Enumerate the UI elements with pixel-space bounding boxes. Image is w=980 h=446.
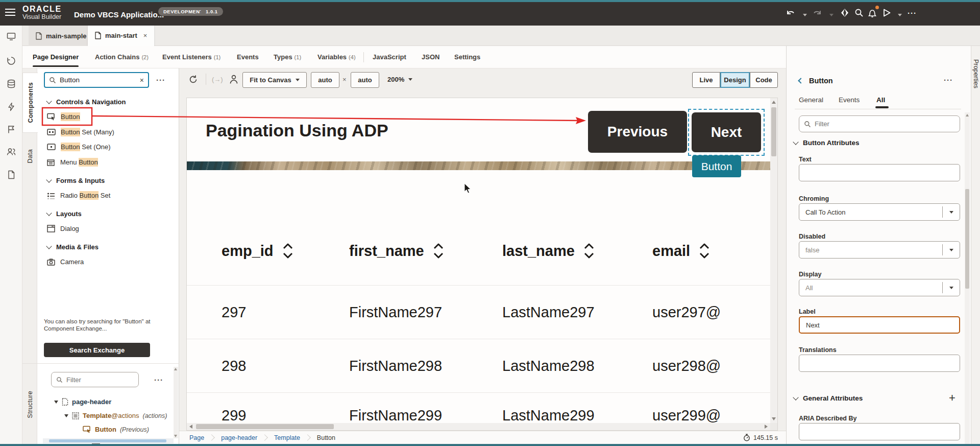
redo-icon[interactable]: [812, 7, 823, 18]
tree-expand-caret[interactable]: [64, 414, 68, 417]
aria-described-by-input[interactable]: [799, 423, 960, 440]
design-canvas[interactable]: Pagination Using ADP Previous Next Butto…: [186, 98, 778, 431]
column-header-last-name[interactable]: last_name: [502, 242, 595, 260]
tab-event-listeners[interactable]: Event Listeners(1): [162, 46, 220, 68]
dropdown-zone[interactable]: [942, 282, 960, 293]
back-chevron-icon[interactable]: [798, 78, 803, 83]
sort-icon[interactable]: [583, 242, 595, 260]
chroming-select[interactable]: Call To Action: [799, 203, 960, 221]
search-exchange-button[interactable]: Search Exchange: [44, 343, 150, 357]
tree-node-button-previous[interactable]: Button (Previous): [83, 426, 149, 433]
section-general-attributes[interactable]: General Attributes: [794, 394, 863, 402]
properties-strip[interactable]: Properties: [971, 46, 980, 446]
fit-to-canvas-dropdown[interactable]: Fit to Canvas: [242, 72, 307, 88]
sort-icon[interactable]: [698, 242, 710, 260]
dropdown-zone[interactable]: [942, 244, 960, 255]
mode-code-button[interactable]: Code: [750, 72, 778, 88]
component-button[interactable]: Button: [47, 113, 80, 121]
tree-node-template[interactable]: Template@actions (actions): [64, 412, 167, 419]
tab-json[interactable]: JSON: [422, 46, 439, 68]
components-menu-icon[interactable]: ···: [156, 76, 165, 84]
add-attribute-icon[interactable]: +: [949, 391, 955, 405]
panel-menu-icon[interactable]: ···: [944, 76, 953, 84]
canvas-next-button[interactable]: Next: [692, 112, 761, 152]
tab-types[interactable]: Types(1): [274, 46, 301, 68]
user-presence-icon[interactable]: [229, 74, 238, 84]
tab-variables[interactable]: Variables(4): [317, 46, 356, 68]
redo-dropdown-caret[interactable]: [826, 9, 837, 20]
section-button-attributes[interactable]: Button Attributes: [794, 139, 859, 147]
panel-tab-data[interactable]: Data: [22, 141, 37, 172]
properties-vertical-scrollbar[interactable]: [965, 112, 970, 446]
tab-page-designer[interactable]: Page Designer: [33, 46, 79, 68]
section-layouts[interactable]: Layouts: [47, 210, 82, 218]
canvas-height-input[interactable]: auto: [351, 72, 379, 88]
mode-live-button[interactable]: Live: [692, 72, 720, 88]
run-dropdown-caret[interactable]: [894, 9, 905, 20]
dropdown-zone[interactable]: [942, 206, 960, 218]
component-button-set-many[interactable]: Button Set (Many): [47, 128, 114, 136]
mode-design-button[interactable]: Design: [720, 72, 750, 88]
tab-main-start[interactable]: main-start ×: [88, 26, 154, 46]
swirl-icon[interactable]: [7, 56, 16, 65]
canvas-horizontal-scrollbar[interactable]: [187, 423, 770, 430]
section-forms-inputs[interactable]: Forms & Inputs: [47, 177, 105, 184]
tab-action-chains[interactable]: Action Chains(2): [95, 46, 149, 68]
tab-main-sample[interactable]: main-sample: [29, 26, 93, 46]
undo-dropdown-caret[interactable]: [799, 9, 811, 20]
document-icon[interactable]: [7, 170, 16, 179]
display-select[interactable]: All: [799, 279, 960, 296]
properties-tab-all[interactable]: All: [876, 96, 885, 104]
breadcrumb-page[interactable]: Page: [189, 434, 204, 441]
breadcrumb-page-header[interactable]: page-header: [221, 434, 257, 441]
zoom-level-dropdown[interactable]: 200%: [387, 76, 412, 83]
goto-cursor-icon[interactable]: (→): [212, 76, 223, 83]
tree-expand-caret[interactable]: [54, 401, 58, 404]
properties-filter-input[interactable]: [815, 120, 955, 128]
tab-settings[interactable]: Settings: [454, 46, 480, 68]
canvas-vertical-scrollbar[interactable]: [770, 98, 777, 423]
people-icon[interactable]: [7, 147, 16, 156]
properties-tab-general[interactable]: General: [799, 96, 823, 104]
search-icon[interactable]: [853, 7, 865, 18]
properties-filter-box[interactable]: [799, 115, 960, 132]
refresh-icon[interactable]: [188, 75, 198, 84]
clear-search-icon[interactable]: ×: [140, 76, 144, 84]
component-button-set-one[interactable]: Button Set (One): [47, 143, 111, 151]
undo-icon[interactable]: [785, 7, 796, 18]
structure-filter-box[interactable]: [51, 372, 139, 387]
flag-icon[interactable]: [7, 125, 16, 134]
diamond-icon[interactable]: [839, 7, 850, 18]
component-menu-button[interactable]: Menu Button: [47, 158, 98, 166]
screen-icon[interactable]: [7, 32, 16, 41]
more-actions-icon[interactable]: ···: [906, 7, 918, 18]
panel-tab-components[interactable]: Components: [22, 73, 38, 133]
hamburger-menu-icon[interactable]: [5, 9, 15, 17]
structure-filter-input[interactable]: [66, 376, 134, 384]
database-icon[interactable]: [7, 79, 16, 88]
notifications-bell-icon[interactable]: [867, 7, 878, 18]
component-search-input[interactable]: [60, 76, 136, 84]
run-play-icon[interactable]: [881, 7, 892, 18]
section-media-files[interactable]: Media & Files: [47, 243, 99, 251]
structure-vertical-scrollbar[interactable]: [174, 367, 178, 438]
sort-icon[interactable]: [282, 242, 294, 260]
section-controls-navigation[interactable]: Controls & Navigation: [47, 98, 126, 106]
column-header-emp-id[interactable]: emp_id: [222, 242, 294, 260]
component-search-box[interactable]: ×: [44, 72, 149, 88]
column-header-email[interactable]: email: [652, 242, 710, 260]
disabled-select[interactable]: false: [799, 241, 960, 259]
properties-tab-events[interactable]: Events: [839, 96, 860, 104]
canvas-width-input[interactable]: auto: [311, 72, 339, 88]
translations-field-input[interactable]: [799, 355, 960, 372]
tree-node-page-header[interactable]: page-header: [54, 398, 111, 406]
canvas-previous-button[interactable]: Previous: [588, 111, 687, 153]
text-field-input[interactable]: [799, 164, 960, 181]
lightning-icon[interactable]: [7, 102, 16, 111]
structure-menu-icon[interactable]: ···: [154, 375, 163, 384]
tab-close-icon[interactable]: ×: [143, 32, 148, 39]
component-radio-button-set[interactable]: Radio Button Set: [47, 192, 110, 199]
column-header-first-name[interactable]: first_name: [349, 242, 445, 260]
structure-horizontal-scrollbar[interactable]: [43, 438, 174, 443]
tab-events[interactable]: Events: [237, 46, 259, 68]
